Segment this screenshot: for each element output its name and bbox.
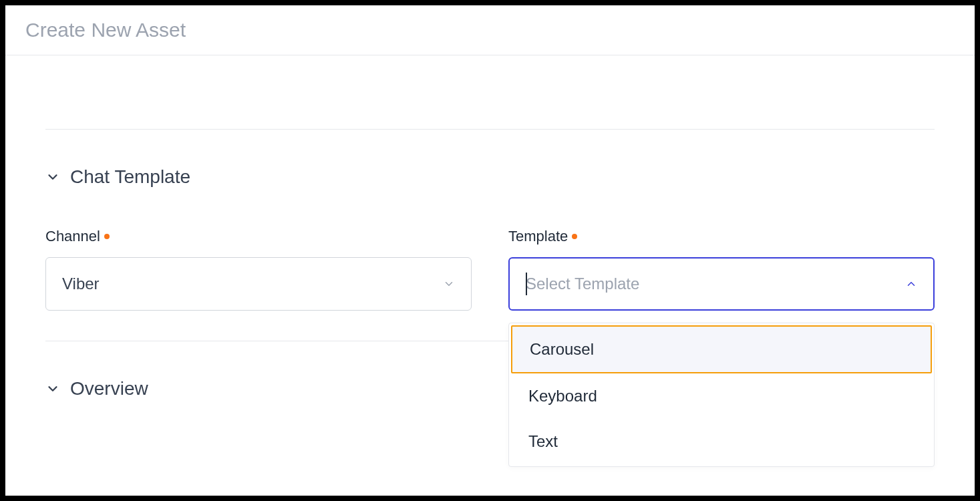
- channel-select-value: Viber: [62, 275, 443, 293]
- chevron-up-icon: [905, 278, 917, 290]
- chat-template-section: Chat Template Channel Viber Template: [45, 166, 935, 311]
- required-indicator-icon: [104, 234, 110, 239]
- template-dropdown: Carousel Keyboard Text: [508, 323, 935, 467]
- page-title: Create New Asset: [25, 19, 955, 41]
- channel-label: Channel: [45, 228, 472, 245]
- channel-select[interactable]: Viber: [45, 257, 472, 311]
- text-cursor-icon: [526, 273, 527, 295]
- template-label: Template: [508, 228, 935, 245]
- chevron-down-icon: [45, 170, 60, 184]
- chevron-down-icon: [443, 278, 455, 290]
- template-option-text[interactable]: Text: [511, 419, 932, 464]
- channel-field-group: Channel Viber: [45, 228, 472, 311]
- template-select-placeholder: Select Template: [526, 275, 905, 293]
- channel-label-text: Channel: [45, 228, 100, 245]
- template-field-group: Template Select Template Carousel Keyboa…: [508, 228, 935, 311]
- page-header: Create New Asset: [5, 5, 975, 55]
- template-option-carousel[interactable]: Carousel: [511, 325, 932, 373]
- content-area: Chat Template Channel Viber Template: [5, 129, 975, 399]
- template-option-keyboard[interactable]: Keyboard: [511, 373, 932, 419]
- section-divider-top: [45, 129, 935, 130]
- chat-template-section-toggle[interactable]: Chat Template: [45, 166, 935, 188]
- form-row: Channel Viber Template: [45, 228, 935, 311]
- template-label-text: Template: [508, 228, 568, 245]
- template-select[interactable]: Select Template: [508, 257, 935, 311]
- chat-template-section-title: Chat Template: [70, 166, 190, 188]
- required-indicator-icon: [572, 234, 577, 239]
- chevron-down-icon: [45, 381, 60, 396]
- overview-section-title: Overview: [70, 378, 148, 399]
